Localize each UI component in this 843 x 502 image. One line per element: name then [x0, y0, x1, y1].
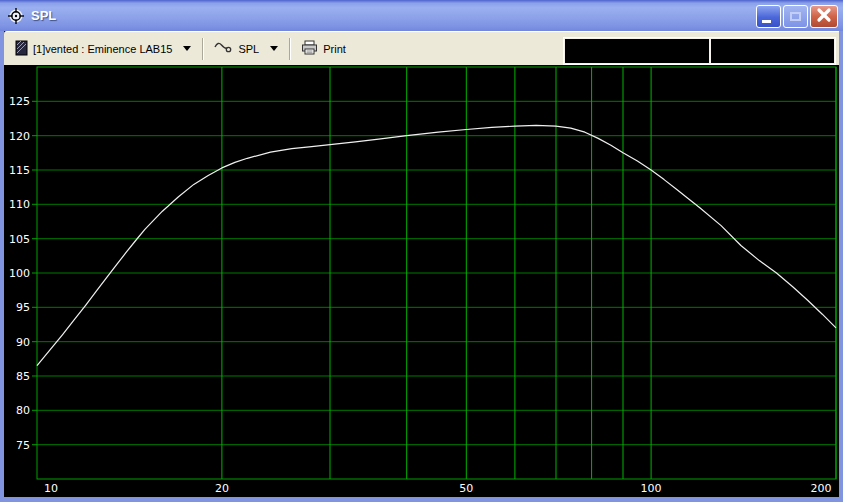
x-tick-label: 100: [641, 482, 662, 495]
project-selector[interactable]: [1]vented : Eminence LAB15: [8, 36, 198, 62]
project-selector-label: [1]vented : Eminence LAB15: [33, 43, 172, 55]
y-tick-label: 120: [9, 130, 30, 143]
waveform-icon: [214, 41, 233, 56]
toolbar: [1]vented : Eminence LAB15 SPL: [4, 31, 839, 65]
y-tick-label: 90: [16, 336, 30, 349]
toolbar-separator: [289, 38, 290, 60]
client-area: [1]vented : Eminence LAB15 SPL: [4, 31, 839, 497]
maximize-button[interactable]: [783, 5, 808, 28]
spl-plot: 1251201151101051009590858075102050100200: [4, 65, 839, 497]
y-tick-label: 75: [16, 439, 30, 452]
y-tick-label: 125: [9, 95, 30, 108]
y-tick-label: 110: [9, 198, 30, 211]
x-tick-label: 20: [215, 482, 229, 495]
readout-display-right: [711, 39, 834, 63]
window-controls: [756, 5, 838, 28]
spl-chart: 1251201151101051009590858075102050100200: [4, 65, 839, 497]
chevron-down-icon: [183, 46, 191, 51]
driver-project-icon: [15, 40, 28, 58]
readout-panel: [563, 37, 836, 65]
toolbar-separator: [202, 38, 203, 60]
crosshair-window-icon: [7, 7, 25, 25]
graph-selector-label: SPL: [238, 43, 259, 55]
maximize-icon: [790, 12, 801, 21]
x-tick-label: 200: [811, 482, 832, 495]
close-icon: [816, 7, 832, 27]
title-bar[interactable]: SPL: [0, 0, 843, 31]
minimize-button[interactable]: [756, 5, 781, 28]
x-tick-label: 50: [459, 482, 473, 495]
spl-curve: [37, 125, 836, 365]
printer-icon: [301, 40, 318, 57]
graph-type-selector[interactable]: SPL: [207, 37, 285, 60]
y-tick-label: 105: [9, 233, 30, 246]
y-tick-label: 115: [9, 164, 30, 177]
print-button[interactable]: Print: [294, 36, 353, 61]
y-tick-label: 80: [16, 404, 30, 417]
close-button[interactable]: [810, 5, 838, 28]
minimize-icon: [762, 20, 771, 23]
chevron-down-icon: [270, 46, 278, 51]
readout-display-left: [565, 39, 709, 63]
x-tick-label: 10: [44, 482, 58, 495]
y-tick-label: 95: [16, 301, 30, 314]
y-tick-label: 85: [16, 370, 30, 383]
y-tick-label: 100: [9, 267, 30, 280]
print-label: Print: [323, 43, 346, 55]
window-title: SPL: [31, 8, 56, 23]
app-window: SPL: [0, 0, 843, 502]
